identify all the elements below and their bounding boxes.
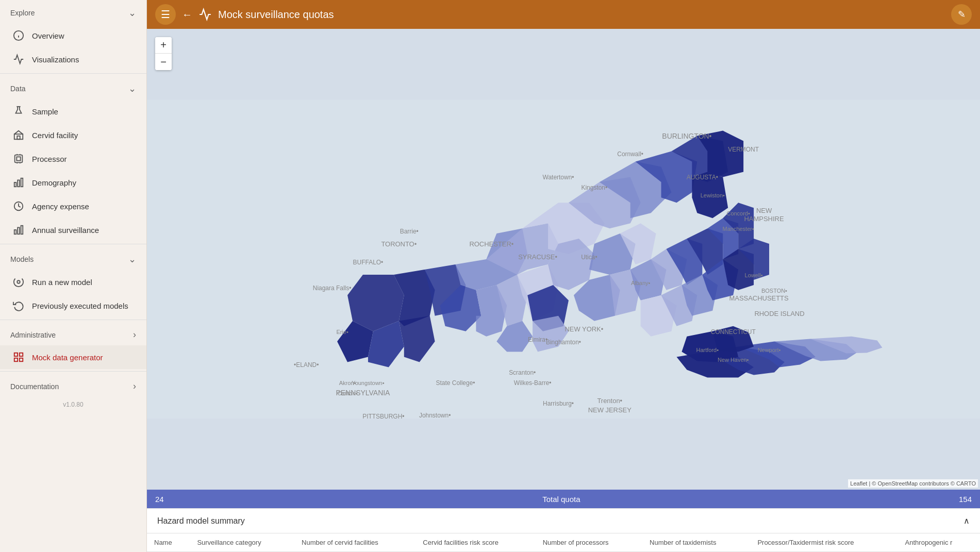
svg-text:Watertown•: Watertown•	[543, 174, 574, 181]
svg-rect-5	[17, 136, 20, 139]
svg-text:Kingston•: Kingston•	[581, 184, 607, 191]
svg-text:Cornwall•: Cornwall•	[617, 150, 643, 158]
explore-section[interactable]: Explore ⌄	[0, 0, 146, 24]
svg-text:Elmira•: Elmira•	[528, 336, 547, 343]
col-name: Name	[147, 533, 190, 552]
mock-data-icon	[12, 351, 25, 363]
svg-text:Niagara Falls•: Niagara Falls•	[313, 285, 352, 292]
svg-text:Barrie•: Barrie•	[400, 228, 419, 235]
explore-label: Explore	[10, 9, 35, 17]
hazard-table: Name Surveillance category Number of cer…	[147, 533, 980, 552]
processor-icon	[12, 153, 25, 165]
collapse-icon: ∧	[964, 516, 970, 526]
sidebar-item-agency-expense[interactable]: Agency expense	[0, 194, 146, 218]
sidebar-item-mock-data[interactable]: Mock data generator	[0, 345, 146, 369]
col-processors: Number of processors	[536, 533, 642, 552]
svg-text:Hartford•: Hartford•	[696, 347, 719, 353]
svg-rect-4	[14, 134, 23, 139]
svg-text:HAMPSHIRE: HAMPSHIRE	[744, 215, 784, 223]
back-button[interactable]: ←	[182, 9, 192, 21]
cervid-facility-icon	[12, 129, 25, 141]
docs-section[interactable]: Documentation ›	[0, 374, 146, 397]
sidebar-item-overview[interactable]: Overview	[0, 24, 146, 47]
hazard-panel-title: Hazard model summary	[157, 516, 245, 526]
svg-text:SYRACUSE•: SYRACUSE•	[518, 253, 557, 261]
svg-text:NEW YORK•: NEW YORK•	[564, 325, 603, 333]
sidebar-item-annual-surveillance[interactable]: Annual surveillance	[0, 218, 146, 242]
col-taxidemists: Number of taxidemists	[642, 533, 750, 552]
hazard-panel-header[interactable]: Hazard model summary ∧	[147, 509, 980, 533]
svg-text:Trenton•: Trenton•	[597, 397, 622, 405]
admin-label: Administrative	[10, 331, 56, 339]
sidebar-item-run-model[interactable]: Run a new model	[0, 270, 146, 294]
svg-rect-22	[14, 358, 18, 361]
svg-text:Canton•: Canton•	[337, 390, 357, 396]
sidebar-item-cervid-facility[interactable]: Cervid facility	[0, 123, 146, 147]
svg-text:Erie•: Erie•	[336, 329, 348, 335]
svg-rect-18	[21, 226, 23, 235]
svg-text:Lewiston•: Lewiston•	[701, 192, 725, 198]
sidebar-item-visualizations[interactable]: Visualizations	[0, 47, 146, 71]
svg-text:BOSTON•: BOSTON•	[761, 288, 787, 294]
map-svg: TORONTO• Niagara Falls• BUFFALO• Barrie•…	[147, 29, 980, 490]
info-icon	[12, 29, 25, 42]
svg-text:Newport•: Newport•	[758, 347, 781, 353]
svg-text:Utica•: Utica•	[581, 254, 597, 261]
zoom-in-button[interactable]: +	[155, 37, 172, 54]
version-text: v1.0.80	[0, 397, 146, 412]
svg-text:State College•: State College•	[436, 379, 475, 387]
svg-text:Albany•: Albany•	[631, 280, 651, 286]
map-container[interactable]: TORONTO• Niagara Falls• BUFFALO• Barrie•…	[147, 29, 980, 490]
agency-expense-label: Agency expense	[32, 202, 89, 211]
svg-text:TORONTO•: TORONTO•	[381, 240, 417, 248]
docs-label: Documentation	[10, 382, 59, 391]
edit-button[interactable]: ✎	[951, 4, 972, 25]
svg-text:BUFFALO•: BUFFALO•	[353, 259, 384, 266]
divider-1	[0, 73, 146, 74]
admin-section[interactable]: Administrative ›	[0, 322, 146, 345]
run-model-label: Run a new model	[32, 278, 92, 287]
col-processor-risk: Processor/Taxidermist risk score	[750, 533, 898, 552]
prev-models-label: Previously executed models	[32, 302, 128, 310]
menu-icon: ☰	[161, 8, 170, 21]
svg-text:ROCHESTER•: ROCHESTER•	[469, 240, 513, 248]
svg-text:Youngstown•: Youngstown•	[352, 380, 384, 386]
svg-text:Wilkes-Barre•: Wilkes-Barre•	[514, 379, 552, 387]
svg-rect-17	[18, 227, 20, 234]
run-model-icon	[12, 276, 25, 288]
sample-label: Sample	[32, 107, 58, 116]
svg-rect-13	[18, 180, 20, 187]
attribution-text: Leaflet | © OpenStreetMap contributors ©…	[850, 480, 976, 487]
sidebar: Explore ⌄ Overview Visualizations Data ⌄…	[0, 0, 147, 552]
menu-button[interactable]: ☰	[155, 4, 176, 25]
sidebar-item-processor[interactable]: Processor	[0, 147, 146, 171]
visualizations-icon	[12, 53, 25, 65]
sidebar-item-sample[interactable]: Sample	[0, 99, 146, 123]
col-surveillance: Surveillance category	[190, 533, 294, 552]
divider-4	[0, 371, 146, 372]
docs-chevron: ›	[133, 381, 136, 392]
sidebar-item-prev-models[interactable]: Previously executed models	[0, 294, 146, 317]
models-section[interactable]: Models ⌄	[0, 246, 146, 270]
svg-rect-20	[14, 353, 18, 356]
map-attribution: Leaflet | © OpenStreetMap contributors ©…	[848, 479, 978, 488]
svg-text:CONNECTICUT: CONNECTICUT	[711, 328, 756, 336]
data-section[interactable]: Data ⌄	[0, 76, 146, 99]
prev-models-icon	[12, 299, 25, 312]
svg-text:RHODE ISLAND: RHODE ISLAND	[754, 310, 804, 317]
zoom-out-button[interactable]: −	[155, 54, 172, 70]
svg-point-19	[17, 280, 20, 283]
svg-text:BURLINGTON•: BURLINGTON•	[662, 132, 711, 140]
svg-text:MASSACHUSETTS: MASSACHUSETTS	[729, 294, 789, 302]
sidebar-item-demography[interactable]: Demography	[0, 171, 146, 194]
quota-bar: 24 Total quota 154	[147, 490, 980, 508]
admin-chevron: ›	[133, 329, 136, 340]
models-chevron: ⌄	[128, 254, 136, 265]
data-chevron: ⌄	[128, 83, 136, 94]
sample-icon	[12, 105, 25, 118]
quota-right-value: 154	[959, 495, 972, 504]
annual-surveillance-label: Annual surveillance	[32, 226, 99, 235]
svg-text:Binghamton•: Binghamton•	[546, 339, 581, 346]
demography-label: Demography	[32, 178, 76, 187]
quota-left-value: 24	[155, 495, 164, 504]
